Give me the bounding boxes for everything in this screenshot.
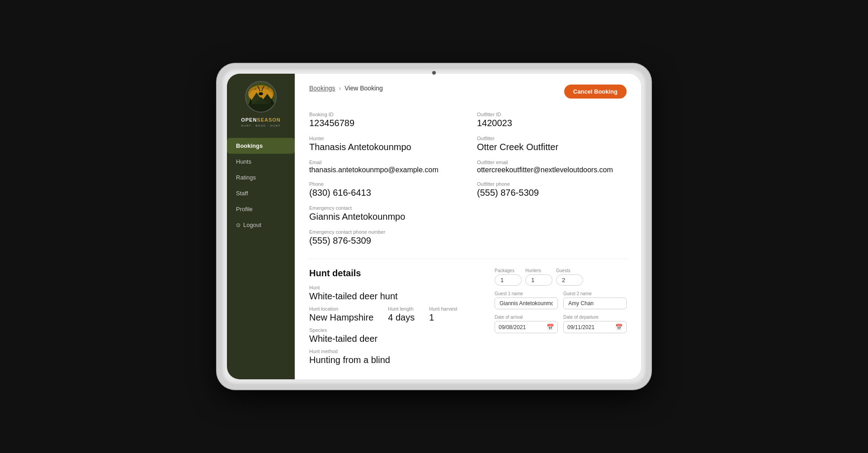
logout-item[interactable]: ⊙ Logout: [227, 217, 295, 233]
hunters-label: Hunters: [525, 268, 552, 273]
sidebar-item-hunts[interactable]: Hunts: [227, 154, 295, 170]
sidebar-item-ratings[interactable]: Ratings: [227, 170, 295, 185]
email-field: Email thanasis.antetokounmpo@example.com: [309, 160, 459, 174]
booking-id-label: Booking ID: [309, 112, 459, 117]
outfitter-value: Otter Creek Outfitter: [477, 142, 627, 152]
outfitter-email-value: ottercreekoutfitter@nextleveloutdoors.co…: [477, 166, 627, 174]
arrival-date-label: Date of arrival: [495, 315, 558, 320]
hunt-harvest-value: 1: [429, 312, 457, 323]
guest2-name-label: Guest 2 name: [563, 291, 627, 296]
hunt-length-value: 4 days: [388, 312, 415, 323]
emergency-contact-field: Emergency contact Giannis Antetokounmpo: [309, 205, 459, 222]
header-row: Bookings › View Booking Cancel Booking: [309, 85, 627, 101]
hunt-meta-row: Hunt location New Hampshire Hunt length …: [309, 306, 486, 323]
guest1-name-field: Guest 1 name: [495, 291, 558, 309]
hunters-input[interactable]: [525, 274, 552, 286]
species-label: Species: [309, 327, 486, 333]
outfitter-phone-field: Outfitter phone (555) 876-5309: [477, 181, 627, 198]
outfitter-field: Outfitter Otter Creek Outfitter: [477, 136, 627, 152]
departure-date-field: Date of departure 09/11/2021 📅: [563, 315, 627, 333]
outfitter-id-field: Outfitter ID 1420023: [477, 112, 627, 128]
species-field: Species White-tailed deer: [309, 327, 486, 344]
departure-date-label: Date of departure: [563, 315, 627, 320]
departure-date-value: 09/11/2021: [567, 324, 613, 330]
hunt-method-field: Hunt method Hunting from a blind: [309, 349, 486, 365]
hunt-method-label: Hunt method: [309, 349, 486, 354]
outfitter-id-value: 1420023: [477, 118, 627, 128]
logo-subtitle: HUNT · BOOK · HUNT: [241, 124, 281, 127]
breadcrumb-separator: ›: [339, 85, 341, 92]
hunt-details-title: Hunt details: [309, 268, 486, 278]
cancel-booking-button[interactable]: Cancel Booking: [564, 85, 627, 99]
hunter-label: Hunter: [309, 136, 459, 141]
sidebar-item-staff[interactable]: Staff: [227, 185, 295, 201]
email-label: Email: [309, 160, 459, 165]
hunter-value: Thanasis Antetokounmpo: [309, 142, 459, 152]
emergency-contact-value: Giannis Antetokounmpo: [309, 212, 459, 222]
emergency-phone-label: Emergency contact phone number: [309, 229, 459, 235]
hunt-type-label: Hunt: [309, 285, 486, 290]
guest2-name-input[interactable]: [563, 297, 627, 309]
hunt-type-field: Hunt White-tailed deer hunt: [309, 285, 486, 302]
guest2-name-field: Guest 2 name: [563, 291, 627, 309]
guest1-name-label: Guest 1 name: [495, 291, 558, 296]
phone-label: Phone: [309, 181, 459, 187]
outfitter-email-field: Outfitter email ottercreekoutfitter@next…: [477, 160, 627, 174]
hunters-counter: Hunters: [525, 268, 552, 286]
outfitter-id-label: Outfitter ID: [477, 112, 627, 117]
logo-text: OPENSEASON HUNT · BOOK · HUNT: [241, 115, 281, 127]
packages-label: Packages: [495, 268, 522, 273]
emergency-contact-label: Emergency contact: [309, 205, 459, 211]
tablet-frame: OPENSEASON HUNT · BOOK · HUNT Bookings H…: [217, 64, 651, 389]
outfitter-label: Outfitter: [477, 136, 627, 141]
breadcrumb: Bookings › View Booking: [309, 85, 383, 92]
booking-id-field: Booking ID 123456789: [309, 112, 459, 128]
phone-value: (830) 616-6413: [309, 188, 459, 198]
booking-id-value: 123456789: [309, 118, 459, 128]
hunt-method-value: Hunting from a blind: [309, 355, 486, 365]
breadcrumb-current: View Booking: [344, 85, 383, 92]
guests-input[interactable]: [556, 274, 583, 286]
hunt-length-label: Hunt length: [388, 306, 415, 311]
guest1-name-input[interactable]: [495, 297, 558, 309]
hunt-details-section: Hunt details Hunt White-tailed deer hunt…: [309, 268, 627, 370]
logo-open-text: OPENSEASON: [241, 115, 281, 123]
hunt-location-value: New Hampshire: [309, 312, 373, 323]
tablet-screen: OPENSEASON HUNT · BOOK · HUNT Bookings H…: [227, 74, 641, 379]
packages-counter: Packages: [495, 268, 522, 286]
arrival-date-input-wrapper[interactable]: 09/08/2021 📅: [495, 321, 558, 333]
arrival-date-value: 09/08/2021: [499, 324, 544, 330]
species-value: White-tailed deer: [309, 334, 486, 344]
arrival-calendar-icon: 📅: [547, 324, 554, 330]
hunt-type-value: White-tailed deer hunt: [309, 291, 486, 302]
emergency-phone-left-field: Emergency contact phone number (555) 876…: [309, 229, 459, 246]
emergency-phone-field: [477, 205, 627, 222]
guests-label: Guests: [556, 268, 583, 273]
sidebar-item-bookings[interactable]: Bookings: [227, 138, 295, 154]
hunt-harvest-field: Hunt harvest 1: [429, 306, 457, 323]
breadcrumb-bookings-link[interactable]: Bookings: [309, 85, 335, 92]
guest-names-row: Guest 1 name Guest 2 name: [495, 291, 627, 309]
hunt-location-field: Hunt location New Hampshire: [309, 306, 373, 323]
outfitter-phone-value: (555) 876-5309: [477, 188, 627, 198]
nav-list: Bookings Hunts Ratings Staff Profile: [227, 138, 295, 217]
packages-input[interactable]: [495, 274, 522, 286]
counters-row: Packages Hunters Guests: [495, 268, 627, 286]
logo-area: OPENSEASON HUNT · BOOK · HUNT: [241, 81, 281, 127]
hunt-right-panel: Packages Hunters Guests: [486, 268, 627, 333]
outfitter-email-label: Outfitter email: [477, 160, 627, 165]
svg-rect-6: [246, 104, 276, 112]
hunt-length-field: Hunt length 4 days: [388, 306, 415, 323]
hunt-location-label: Hunt location: [309, 306, 373, 311]
logout-label: Logout: [243, 222, 261, 228]
sidebar: OPENSEASON HUNT · BOOK · HUNT Bookings H…: [227, 74, 295, 379]
dates-row: Date of arrival 09/08/2021 📅 Date of dep…: [495, 315, 627, 333]
departure-date-input-wrapper[interactable]: 09/11/2021 📅: [563, 321, 627, 333]
emergency-phone-value: (555) 876-5309: [309, 236, 459, 246]
email-value: thanasis.antetokounmpo@example.com: [309, 166, 459, 174]
divider-1: [309, 259, 627, 259]
hunter-field: Hunter Thanasis Antetokounmpo: [309, 136, 459, 152]
booking-info-grid: Booking ID 123456789 Outfitter ID 142002…: [309, 112, 627, 246]
sidebar-item-profile[interactable]: Profile: [227, 201, 295, 217]
main-content: Bookings › View Booking Cancel Booking B…: [295, 74, 641, 379]
